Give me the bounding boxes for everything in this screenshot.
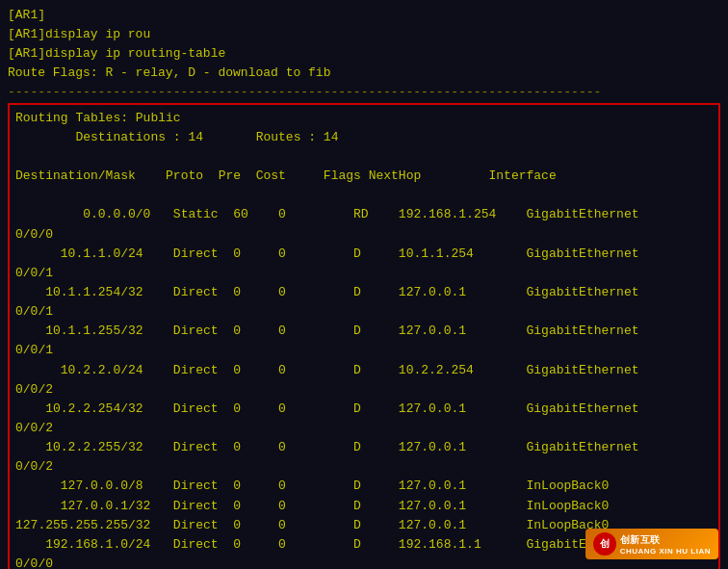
route-row: 0/0/0 xyxy=(15,225,713,245)
route-row: 10.2.2.254/32 Direct 0 0 D 127.0.0.1 Gig… xyxy=(15,400,713,419)
route-row: 0/0/2 xyxy=(15,457,713,477)
route-row: 127.0.0.1/32 Direct 0 0 D 127.0.0.1 InLo… xyxy=(15,497,713,516)
routing-table-header1: Routing Tables: Public xyxy=(15,109,713,128)
routing-table-header2: Destinations : 14 Routes : 14 xyxy=(15,128,713,147)
route-row: 10.1.1.255/32 Direct 0 0 D 127.0.0.1 Gig… xyxy=(15,322,713,341)
route-row: 0/0/1 xyxy=(15,341,713,360)
flags-legend: Route Flags: R - relay, D - download to … xyxy=(8,64,720,83)
routing-table-box: Routing Tables: Public Destinations : 14… xyxy=(8,103,720,569)
route-row: 10.2.2.0/24 Direct 0 0 D 10.2.2.254 Giga… xyxy=(15,361,713,380)
column-header: Destination/Mask Proto Pre Cost Flags Ne… xyxy=(15,167,713,186)
route-row: 0/0/2 xyxy=(15,380,713,400)
watermark: 创 创新互联 CHUANG XIN HU LIAN xyxy=(585,529,718,559)
separator-line: ----------------------------------------… xyxy=(8,84,720,101)
terminal-window: [AR1] [AR1]display ip rou [AR1]display i… xyxy=(0,0,728,569)
route-row: 0/0/2 xyxy=(15,419,713,438)
watermark-line2: CHUANG XIN HU LIAN xyxy=(620,547,711,556)
blank-line-2 xyxy=(15,186,713,205)
route-row: 10.2.2.255/32 Direct 0 0 D 127.0.0.1 Gig… xyxy=(15,438,713,457)
route-row: 10.1.1.0/24 Direct 0 0 D 10.1.1.254 Giga… xyxy=(15,245,713,264)
watermark-line1: 创新互联 xyxy=(620,533,711,547)
route-row: 127.0.0.0/8 Direct 0 0 D 127.0.0.1 InLoo… xyxy=(15,477,713,496)
prompt-line-1: [AR1] xyxy=(8,6,720,25)
route-row: 10.1.1.254/32 Direct 0 0 D 127.0.0.1 Gig… xyxy=(15,283,713,302)
route-rows-container: 0.0.0.0/0 Static 60 0 RD 192.168.1.254 G… xyxy=(15,205,713,569)
command-line-1: [AR1]display ip rou xyxy=(8,25,720,44)
watermark-text: 创新互联 CHUANG XIN HU LIAN xyxy=(620,533,711,556)
blank-line-1 xyxy=(15,147,713,167)
route-row: 0/0/1 xyxy=(15,302,713,322)
route-row: 0/0/1 xyxy=(15,264,713,283)
watermark-icon: 创 xyxy=(593,532,616,556)
route-row: 0.0.0.0/0 Static 60 0 RD 192.168.1.254 G… xyxy=(15,205,713,224)
command-line-2: [AR1]display ip routing-table xyxy=(8,44,720,64)
